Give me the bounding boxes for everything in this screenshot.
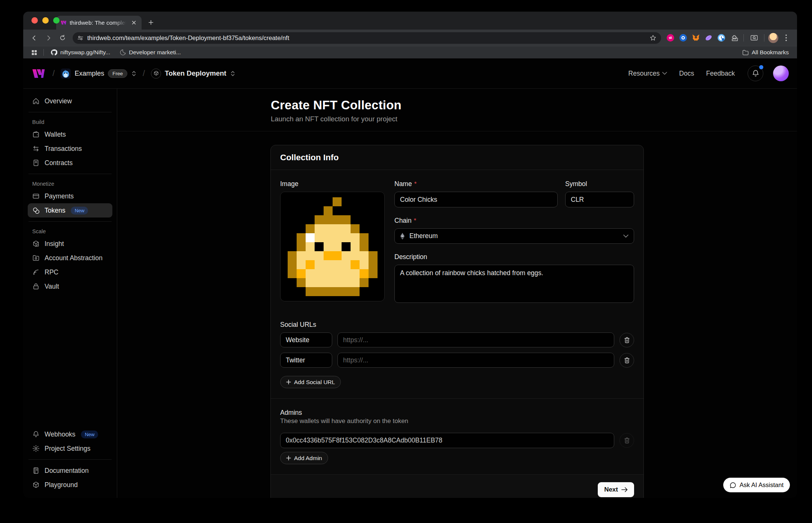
bookmark-star-icon[interactable] — [649, 34, 657, 42]
project-name: Token Deployment — [165, 69, 226, 77]
nav-feedback[interactable]: Feedback — [702, 67, 739, 80]
chevron-down-icon — [623, 234, 628, 238]
metamask-icon[interactable] — [690, 32, 702, 43]
extensions-puzzle-icon[interactable] — [728, 32, 740, 43]
rpc-icon — [32, 268, 40, 276]
social-url-input[interactable] — [337, 353, 614, 368]
sidebar-item-wallets[interactable]: Wallets — [28, 127, 112, 142]
next-button[interactable]: Next — [598, 482, 634, 497]
bookmark-label: Developer marketi... — [129, 49, 181, 56]
ask-ai-assistant-button[interactable]: Ask AI Assistant — [723, 478, 790, 492]
insight-icon — [32, 240, 40, 247]
tokens-new-badge: New — [71, 207, 88, 215]
admins-section: Admins These wallets will have authority… — [271, 399, 643, 474]
breadcrumb-team[interactable]: Examples Free — [61, 69, 137, 79]
notifications-button[interactable] — [748, 66, 763, 81]
sidebar-item-contracts[interactable]: Contracts — [28, 156, 112, 170]
name-input[interactable] — [394, 192, 558, 207]
macos-close-button[interactable] — [31, 17, 38, 24]
chain-select[interactable]: Ethereum — [394, 228, 634, 244]
description-textarea[interactable]: A collection of rainbow chicks hatched f… — [394, 265, 634, 303]
ethereum-icon — [400, 232, 405, 240]
page-subtitle: Launch an NFT collection for your projec… — [271, 115, 797, 123]
reload-button[interactable] — [56, 31, 69, 44]
thirdweb-logo[interactable] — [30, 69, 46, 79]
extension-pink-icon[interactable] — [665, 32, 676, 43]
delete-social-url-button[interactable] — [619, 333, 634, 347]
sidebar-item-vault[interactable]: Vault — [28, 279, 112, 294]
sidebar-label: Documentation — [45, 467, 89, 475]
browser-menu-icon[interactable] — [780, 31, 793, 44]
next-label: Next — [604, 486, 618, 493]
bookmarks-bar: niftyswap.gg/Nifty... Developer marketi.… — [23, 46, 797, 58]
social-platform-input[interactable] — [280, 332, 332, 347]
extension-feather-icon[interactable] — [703, 32, 714, 43]
social-platform-input[interactable] — [280, 353, 332, 368]
sidebar-item-rpc[interactable]: RPC — [28, 265, 112, 279]
add-admin-button[interactable]: Add Admin — [280, 452, 328, 464]
project-switcher-chevrons-icon[interactable] — [230, 70, 236, 77]
extension-clock-icon[interactable] — [716, 32, 727, 43]
back-button[interactable] — [28, 31, 40, 44]
symbol-input[interactable] — [565, 192, 634, 207]
ask-ai-assistant-label: Ask AI Assistant — [740, 481, 784, 489]
sidebar-item-tokens[interactable]: Tokens New — [28, 203, 112, 218]
browser-profile-avatar[interactable] — [768, 33, 778, 43]
chain-label: Chain* — [394, 217, 634, 225]
thirdweb-favicon — [60, 20, 66, 25]
sidebar-item-project-settings[interactable]: Project Settings — [28, 441, 112, 456]
nav-resources[interactable]: Resources — [624, 67, 672, 80]
sidebar-item-transactions[interactable]: Transactions — [28, 142, 112, 156]
page-header: Create NFT Collection Launch an NFT coll… — [117, 89, 797, 131]
extension-blue-icon[interactable] — [678, 32, 689, 43]
site-controls-icon[interactable] — [77, 35, 84, 41]
sidebar-item-documentation[interactable]: Documentation — [28, 463, 112, 478]
admin-address-input[interactable] — [280, 433, 614, 448]
crescent-icon — [120, 49, 126, 55]
sidebar-item-insight[interactable]: Insight — [28, 237, 112, 251]
social-url-row — [280, 353, 634, 368]
sidebar-item-overview[interactable]: Overview — [28, 94, 112, 108]
trash-icon — [624, 337, 630, 343]
sidebar-item-account-abstraction[interactable]: Account Abstraction — [28, 251, 112, 265]
sidebar-item-playground[interactable]: Playground — [28, 478, 112, 492]
sidebar-divider — [28, 459, 112, 460]
macos-minimize-button[interactable] — [42, 17, 49, 24]
sidebar-section-build: Build — [28, 116, 112, 127]
chevron-down-icon — [662, 72, 667, 75]
sidebar-item-payments[interactable]: Payments — [28, 189, 112, 203]
project-icon — [151, 69, 161, 79]
browser-tab[interactable]: thirdweb: The complete web3 — [56, 16, 142, 30]
payments-icon — [32, 192, 40, 200]
folder-icon — [742, 50, 749, 55]
bookmark-developer-marketing[interactable]: Developer marketi... — [117, 49, 184, 56]
name-label: Name* — [394, 180, 558, 188]
url-text[interactable]: thirdweb.com/team/examples/Token-Deploym… — [87, 34, 646, 42]
bookmark-niftyswap[interactable]: niftyswap.gg/Nifty... — [48, 49, 113, 56]
sidebar-label: Tokens — [45, 207, 65, 215]
new-tab-button[interactable] — [145, 16, 157, 29]
address-bar[interactable]: thirdweb.com/team/examples/Token-Deploym… — [73, 32, 661, 44]
nft-image-preview[interactable] — [280, 192, 385, 301]
thirdweb-dashboard: / Examples Free / — [23, 58, 797, 498]
screen-search-icon[interactable] — [748, 31, 760, 44]
browser-toolbar: thirdweb.com/team/examples/Token-Deploym… — [23, 30, 797, 46]
macos-zoom-button[interactable] — [53, 17, 60, 24]
delete-admin-button[interactable] — [619, 433, 634, 448]
forward-button[interactable] — [42, 31, 55, 44]
breadcrumb-project[interactable]: Token Deployment — [151, 69, 236, 79]
all-bookmarks-button[interactable]: All Bookmarks — [739, 49, 792, 56]
user-avatar[interactable] — [773, 66, 789, 81]
add-social-url-button[interactable]: Add Social URL — [280, 376, 341, 388]
sidebar-item-webhooks[interactable]: Webhooks New — [28, 427, 112, 441]
team-name: Examples — [75, 70, 104, 77]
apps-grid-icon[interactable] — [28, 47, 40, 58]
sidebar-label: Vault — [45, 283, 59, 291]
all-bookmarks-label: All Bookmarks — [752, 49, 789, 56]
team-switcher-chevrons-icon[interactable] — [131, 70, 137, 77]
nav-docs[interactable]: Docs — [675, 67, 699, 80]
delete-social-url-button[interactable] — [619, 353, 634, 368]
social-url-input[interactable] — [337, 332, 614, 347]
tab-close-icon[interactable] — [130, 19, 138, 27]
tab-strip: thirdweb: The complete web3 — [23, 12, 797, 30]
